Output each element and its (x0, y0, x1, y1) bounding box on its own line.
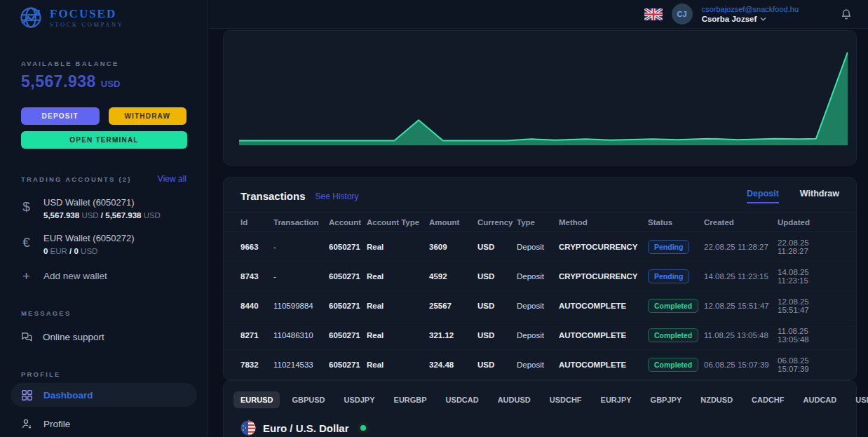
cell-method: CRYPTOCURRENCY (559, 243, 648, 251)
cell-updated: 11.08.25 13:05:48 (778, 327, 839, 344)
cell-status: Pending (648, 269, 704, 283)
cell-id: 9663 (240, 243, 273, 251)
pair-tab-usdjpy[interactable]: USDJPY (344, 391, 375, 408)
pair-tabs-container: EURUSDGBPUSDUSDJPYEURGBPUSDCADAUDUSDUSDC… (240, 391, 868, 408)
col-created: Created (704, 218, 778, 227)
cell-id: 8440 (240, 302, 273, 310)
pair-tab-eurjpy[interactable]: EURJPY (601, 391, 632, 408)
col-updated: Updated (778, 218, 839, 227)
tab-deposit[interactable]: Deposit (747, 189, 779, 203)
cell-status: Completed (648, 299, 704, 313)
cell-status: Completed (648, 358, 704, 372)
pair-tab-audcad[interactable]: AUDCAD (803, 391, 837, 408)
deposit-button[interactable]: DEPOSIT (21, 107, 100, 125)
pair-tab-cadchf[interactable]: CADCHF (752, 391, 784, 408)
col-type: Type (517, 218, 559, 227)
transactions-tabs: Deposit Withdraw (747, 189, 839, 203)
chevron-down-icon (760, 17, 766, 21)
cell-currency: USD (477, 361, 517, 369)
cell-account-type: Real (367, 331, 429, 339)
cell-amount: 25567 (429, 302, 477, 310)
chart-line (239, 52, 848, 140)
user-email: csorbajozsef@snackfood.hu (702, 5, 799, 13)
cell-account: 6050271 (329, 243, 367, 251)
pair-tab-eurgbp[interactable]: EURGBP (394, 391, 427, 408)
main-content: Transactions See History Deposit Withdra… (209, 29, 868, 437)
plus-icon: + (21, 271, 32, 281)
messages-label: MESSAGES (21, 309, 187, 317)
trading-accounts-label: TRADING ACCOUNTS (2) (21, 175, 132, 183)
cell-created: 06.08.25 15:07:39 (704, 361, 778, 369)
see-history-link[interactable]: See History (316, 191, 359, 201)
status-badge: Completed (648, 299, 698, 313)
brand-subtitle: STOCK COMPANY (50, 21, 123, 28)
balance-currency: USD (101, 79, 120, 89)
available-balance-value: 5,567.938 USD (21, 72, 187, 91)
cell-account-type: Real (367, 361, 429, 369)
chart-area-fill (239, 52, 848, 145)
cell-type: Deposit (517, 243, 559, 251)
cell-account-type: Real (367, 302, 429, 310)
dashboard-grid-icon (20, 389, 34, 402)
open-terminal-button[interactable]: OPEN TERMINAL (21, 131, 187, 149)
euro-icon: € (21, 235, 32, 250)
transactions-title: Transactions (240, 190, 306, 202)
avatar: CJ (672, 4, 693, 25)
cell-account: 6050271 (329, 272, 367, 281)
wallet-item-usd[interactable]: $ USD Wallet (6050271) 5,567.938 USD / 5… (21, 197, 187, 220)
sidebar-item-dashboard[interactable]: Dashboard (11, 383, 197, 407)
withdraw-button[interactable]: WITHDRAW (109, 107, 187, 125)
cell-updated: 06.08.25 15:07:39 (778, 356, 839, 373)
eurusd-flag-icon (240, 420, 256, 436)
table-row: 78321102145336050271Real324.48USDDeposit… (224, 350, 856, 379)
notifications-bell-icon[interactable] (840, 8, 853, 21)
cell-type: Deposit (517, 302, 559, 310)
user-name: Csorba Jozsef (702, 15, 757, 23)
pair-tab-gbpjpy[interactable]: GBPJPY (651, 391, 682, 408)
pair-tab-nzdusd[interactable]: NZDUSD (700, 391, 733, 408)
cell-method: AUTOCOMPLETE (559, 361, 648, 369)
status-badge: Pending (648, 269, 689, 283)
pair-tab-eurusd[interactable]: EURUSD (233, 391, 280, 408)
cell-amount: 321.12 (429, 331, 477, 339)
cell-method: AUTOCOMPLETE (559, 302, 648, 310)
cell-account-type: Real (367, 272, 429, 281)
globe-logo-icon (18, 5, 43, 30)
cell-created: 12.08.25 15:51:47 (704, 302, 778, 310)
cell-type: Deposit (517, 331, 559, 339)
market-panel: EURUSDGBPUSDUSDJPYEURGBPUSDCADAUDUSDUSDC… (223, 380, 857, 437)
table-row: 9663-6050271Real3609USDDepositCRYPTOCURR… (224, 232, 856, 262)
pair-tab-usdpln[interactable]: USDPLN (855, 391, 868, 408)
wallet-title: USD Wallet (6050271) (43, 197, 161, 208)
balance-amount: 5,567.938 (21, 72, 96, 91)
cell-account: 6050271 (329, 361, 367, 369)
brand-logo[interactable]: FOCUSED STOCK COMPANY (0, 0, 208, 30)
add-wallet-button[interactable]: + Add new wallet (21, 271, 187, 281)
col-amount: Amount (429, 218, 477, 227)
wallet-balance: 0 EUR / 0 USD (43, 247, 135, 255)
user-menu[interactable]: csorbajozsef@snackfood.hu Csorba Jozsef (702, 5, 799, 23)
cell-id: 7832 (240, 361, 273, 369)
cell-type: Deposit (517, 272, 559, 281)
view-all-link[interactable]: View all (158, 174, 187, 184)
language-flag-uk-icon[interactable] (644, 8, 663, 20)
col-status: Status (648, 218, 704, 227)
pair-tab-gbpusd[interactable]: GBPUSD (292, 391, 325, 408)
pair-title-row: Euro / U.S. Dollar (240, 420, 839, 436)
wallet-item-eur[interactable]: € EUR Wallet (6050272) 0 EUR / 0 USD (21, 233, 187, 255)
pair-tab-usdchf[interactable]: USDCHF (550, 391, 582, 408)
pair-tab-audusd[interactable]: AUDUSD (498, 391, 531, 408)
currency-pair-tabs: EURUSDGBPUSDUSDJPYEURGBPUSDCADAUDUSDUSDC… (240, 391, 839, 408)
tab-withdraw[interactable]: Withdraw (800, 189, 839, 203)
cell-currency: USD (477, 302, 517, 310)
col-transaction: Transaction (273, 218, 329, 227)
col-account: Account (329, 218, 367, 227)
online-support-item[interactable]: Online support (20, 330, 188, 344)
sidebar-item-label: Profile (43, 419, 70, 429)
cell-created: 14.08.25 11:23:15 (704, 272, 778, 281)
cell-updated: 12.08.25 15:51:47 (778, 297, 839, 314)
table-row: 82711104863106050271Real321.12USDDeposit… (224, 321, 856, 350)
sidebar-item-profile[interactable]: Profile (11, 412, 197, 436)
sidebar-item-label: Dashboard (43, 390, 93, 401)
pair-tab-usdcad[interactable]: USDCAD (446, 391, 479, 408)
